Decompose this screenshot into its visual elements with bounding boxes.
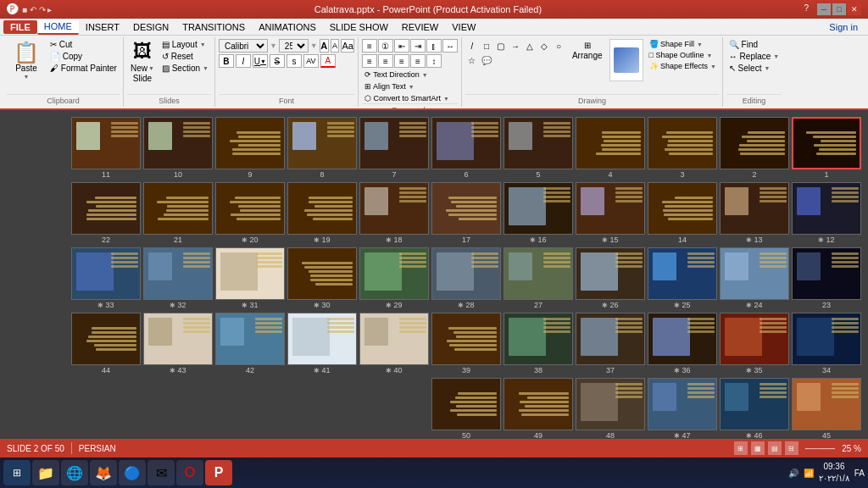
slide-item[interactable]: ✱33: [71, 247, 141, 309]
slide-item[interactable]: 7: [359, 117, 429, 179]
select-button[interactable]: ↖ Select ▼: [726, 63, 782, 74]
rect-shape[interactable]: □: [480, 39, 493, 53]
format-painter-button[interactable]: 🖌 Format Painter: [47, 63, 120, 74]
arrange-button[interactable]: ⊞Arrange: [569, 39, 606, 81]
slide-item[interactable]: ✱43: [143, 313, 213, 374]
bullets-button[interactable]: ≡: [362, 39, 377, 53]
align-text-button[interactable]: ⊞ Align Text ▼: [362, 81, 417, 92]
slide-item[interactable]: 23: [792, 247, 861, 309]
numbering-button[interactable]: ①: [378, 39, 393, 53]
slide-item[interactable]: 37: [576, 313, 645, 374]
slide-item[interactable]: 10: [143, 117, 213, 179]
opera-button[interactable]: O: [176, 460, 203, 485]
arrow-shape[interactable]: →: [509, 39, 522, 53]
clear-format-button[interactable]: Aa: [341, 39, 353, 53]
slide-item[interactable]: 6: [431, 117, 501, 179]
start-button[interactable]: ⊞: [3, 460, 31, 485]
font-size-select[interactable]: 25: [279, 39, 309, 53]
reading-view-button[interactable]: ▤: [768, 441, 782, 455]
smartart-button[interactable]: ⬡ Convert to SmartArt ▼: [362, 93, 452, 103]
maximize-button[interactable]: □: [832, 3, 846, 15]
menu-review[interactable]: REVIEW: [395, 20, 445, 34]
menu-view[interactable]: VIEW: [445, 20, 482, 34]
firefox-button[interactable]: 🦊: [90, 460, 117, 485]
minimize-button[interactable]: ─: [817, 3, 831, 15]
copy-button[interactable]: 📄 Copy: [47, 51, 120, 62]
justify-button[interactable]: ≡: [410, 54, 426, 68]
slide-item[interactable]: 49: [504, 378, 573, 439]
slide-item[interactable]: 48: [576, 378, 645, 439]
powerpoint-button[interactable]: P: [205, 460, 232, 485]
menu-insert[interactable]: INSERT: [79, 20, 126, 34]
slide-item[interactable]: ✱41: [287, 313, 357, 374]
slide-item[interactable]: 38: [504, 313, 573, 374]
chrome-button[interactable]: 🔵: [119, 460, 146, 485]
slide-item[interactable]: 14: [648, 182, 717, 244]
menu-file[interactable]: FILE: [3, 20, 37, 34]
replace-button[interactable]: ↔ Replace ▼: [726, 51, 782, 62]
menu-transitions[interactable]: TRANSITIONS: [175, 20, 252, 34]
slide-item[interactable]: ✱46: [720, 378, 789, 439]
slide-item[interactable]: 4: [576, 117, 645, 179]
slide-item[interactable]: ✱29: [359, 247, 429, 309]
menu-design[interactable]: DESIGN: [126, 20, 175, 34]
slide-item[interactable]: 39: [431, 313, 501, 374]
shape-outline-button[interactable]: □ Shape Outline ▼: [647, 50, 719, 60]
slide-item[interactable]: ✱31: [215, 247, 285, 309]
slide-item[interactable]: 42: [215, 313, 285, 374]
slide-item[interactable]: ✱25: [648, 247, 717, 309]
reset-button[interactable]: ↺ Reset: [159, 51, 211, 62]
slide-item[interactable]: ✱32: [143, 247, 213, 309]
char-spacing-button[interactable]: AV: [303, 54, 319, 68]
font-name-select[interactable]: Calibri: [219, 39, 268, 53]
slide-item[interactable]: 27: [504, 247, 573, 309]
shadow-button[interactable]: s: [287, 54, 302, 68]
slide-item[interactable]: ✱18: [359, 182, 429, 244]
slide-item[interactable]: 34: [792, 313, 861, 374]
slide-item[interactable]: 5: [504, 117, 573, 179]
slide-item[interactable]: ✱24: [720, 247, 789, 309]
slide-item[interactable]: ✱19: [287, 182, 357, 244]
slide-item[interactable]: 17: [431, 182, 501, 244]
close-button[interactable]: ✕: [848, 3, 861, 15]
columns-button[interactable]: ⫿: [426, 39, 442, 53]
slide-item[interactable]: ✱47: [648, 378, 717, 439]
bold-button[interactable]: B: [219, 54, 234, 68]
line-spacing-button[interactable]: ↕: [426, 54, 442, 68]
italic-button[interactable]: I: [236, 54, 251, 68]
align-left-button[interactable]: ≡: [362, 54, 377, 68]
strikethrough-button[interactable]: S: [270, 54, 285, 68]
oval-shape[interactable]: ○: [552, 39, 565, 53]
slide-sorter-button[interactable]: ▦: [751, 441, 765, 455]
star-shape[interactable]: ☆: [465, 53, 479, 67]
triangle-shape[interactable]: △: [523, 39, 537, 53]
slide-item[interactable]: ✱15: [576, 182, 645, 244]
file-explorer-button[interactable]: 📁: [32, 460, 59, 485]
slide-item[interactable]: 21: [143, 182, 213, 244]
shape-fill-button[interactable]: 🪣 Shape Fill ▼: [647, 39, 719, 49]
find-button[interactable]: 🔍 Find: [726, 39, 782, 50]
rounded-rect-shape[interactable]: ▢: [494, 39, 508, 53]
text-direction-button[interactable]: ⟳ Text Direction ▼: [362, 69, 431, 80]
decrease-font-button[interactable]: A: [331, 39, 340, 53]
align-right-button[interactable]: ≡: [394, 54, 409, 68]
slide-item[interactable]: ✱16: [504, 182, 573, 244]
menu-slideshow[interactable]: SLIDE SHOW: [323, 20, 395, 34]
normal-view-button[interactable]: ⊞: [734, 441, 748, 455]
slide-item[interactable]: 11: [71, 117, 141, 179]
slide-item[interactable]: 3: [648, 117, 717, 179]
slide-item[interactable]: 50: [431, 378, 501, 439]
font-color-button[interactable]: A: [320, 54, 336, 68]
align-center-button[interactable]: ≡: [378, 54, 393, 68]
decrease-indent-button[interactable]: ⇤: [394, 39, 409, 53]
menu-home[interactable]: HOME: [37, 19, 79, 35]
direction-button[interactable]: ↔: [442, 39, 458, 53]
slide-item[interactable]: ✱35: [720, 313, 789, 374]
section-button[interactable]: ▨ Section ▼: [159, 63, 211, 74]
slide-item[interactable]: ✱26: [576, 247, 645, 309]
new-slide-button[interactable]: 🖼 New ▼ Slide: [127, 39, 158, 85]
slide-item[interactable]: 9: [215, 117, 285, 179]
slide-item[interactable]: 1: [792, 117, 861, 179]
slide-item[interactable]: ✱30: [287, 247, 357, 309]
slide-item[interactable]: ✱20: [215, 182, 285, 244]
